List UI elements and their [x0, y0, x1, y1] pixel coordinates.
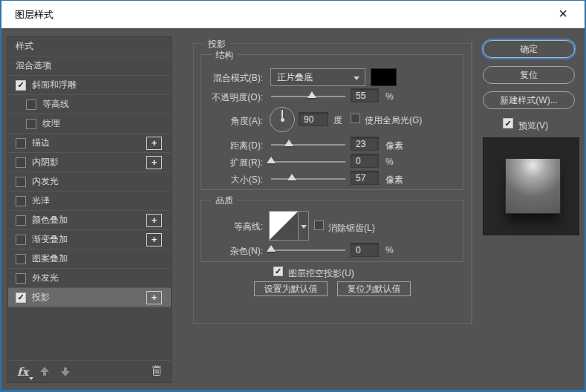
- use-global-light-checkbox[interactable]: [351, 114, 360, 123]
- texture-checkbox[interactable]: [26, 119, 36, 129]
- noise-label: 杂色(N):: [189, 245, 263, 258]
- size-input[interactable]: 57: [351, 171, 379, 185]
- preview-checkbox[interactable]: [503, 118, 513, 128]
- dialog-title: 图层样式: [15, 8, 53, 22]
- drop-shadow-checkbox[interactable]: [16, 293, 26, 303]
- reset-button[interactable]: 复位: [483, 66, 575, 84]
- plus-icon[interactable]: +: [146, 214, 162, 227]
- angle-dial[interactable]: [270, 107, 295, 132]
- distance-label: 距离(D):: [189, 140, 263, 152]
- style-preview: [483, 137, 579, 235]
- make-default-button[interactable]: 设置为默认值: [254, 281, 328, 296]
- size-unit: 像素: [385, 174, 403, 186]
- angle-label: 角度(A):: [189, 115, 263, 128]
- distance-slider[interactable]: [271, 144, 345, 146]
- distance-input[interactable]: 23: [351, 137, 379, 151]
- inner-shadow-checkbox[interactable]: [16, 157, 26, 168]
- blend-mode-label: 混合模式(B):: [189, 72, 263, 85]
- titlebar: 图层样式 ×: [1, 1, 585, 28]
- contour-chevron-down-icon[interactable]: [299, 211, 309, 241]
- quality-legend: 品质: [212, 195, 237, 207]
- chevron-down-icon: [354, 76, 359, 80]
- sidebar-item-gradient-overlay[interactable]: 渐变叠加 +: [8, 230, 171, 249]
- sidebar-item-contour[interactable]: 等高线: [8, 95, 171, 114]
- pattern-overlay-checkbox[interactable]: [16, 254, 26, 264]
- size-slider[interactable]: [271, 178, 345, 180]
- noise-input[interactable]: 0: [351, 243, 379, 257]
- plus-icon[interactable]: +: [146, 233, 162, 246]
- panel-divider: [472, 36, 472, 324]
- outer-glow-checkbox[interactable]: [16, 273, 26, 284]
- use-global-light-label: 使用全局光(G): [365, 114, 422, 127]
- distance-unit: 像素: [385, 140, 403, 152]
- stroke-checkbox[interactable]: [16, 138, 26, 148]
- sidebar-item-bevel-emboss[interactable]: 斜面和浮雕: [8, 76, 171, 95]
- preview-label: 预览(V): [518, 120, 548, 132]
- move-down-icon[interactable]: [61, 367, 70, 376]
- noise-slider-thumb[interactable]: [267, 245, 276, 252]
- layer-style-dialog: 图层样式 × 样式 混合选项 斜面和浮雕 等高线 纹理: [0, 0, 586, 392]
- noise-unit: %: [385, 245, 394, 255]
- opacity-label: 不透明度(O):: [189, 91, 263, 104]
- blend-mode-select[interactable]: 正片叠底: [270, 68, 365, 86]
- layer-knockout-checkbox[interactable]: [273, 267, 283, 276]
- fx-menu-icon[interactable]: fx: [17, 365, 28, 379]
- spread-slider[interactable]: [271, 161, 345, 163]
- spread-unit: %: [385, 157, 394, 167]
- contour-label: 等高线:: [189, 220, 263, 233]
- sidebar-item-inner-shadow[interactable]: 内阴影 +: [8, 153, 171, 172]
- color-overlay-checkbox[interactable]: [16, 215, 26, 226]
- sidebar-item-drop-shadow[interactable]: 投影 +: [8, 288, 171, 307]
- spread-slider-thumb[interactable]: [267, 157, 276, 163]
- shadow-color-swatch[interactable]: [371, 68, 397, 86]
- opacity-slider[interactable]: [271, 96, 345, 97]
- noise-slider[interactable]: [271, 249, 345, 251]
- contour-checkbox[interactable]: [26, 99, 36, 110]
- move-up-icon[interactable]: [40, 367, 49, 376]
- angle-input[interactable]: 90: [299, 112, 328, 126]
- satin-checkbox[interactable]: [16, 196, 26, 206]
- sidebar-item-inner-glow[interactable]: 内发光: [8, 172, 171, 192]
- sidebar-item-outer-glow[interactable]: 外发光: [8, 269, 171, 288]
- close-icon[interactable]: ×: [547, 1, 579, 27]
- distance-slider-thumb[interactable]: [284, 140, 293, 146]
- sidebar-item-pattern-overlay[interactable]: 图案叠加: [8, 249, 171, 269]
- effects-sidebar: 样式 混合选项 斜面和浮雕 等高线 纹理 描边 +: [7, 36, 172, 383]
- opacity-unit: %: [385, 91, 394, 102]
- antialias-label: 消除锯齿(L): [328, 222, 375, 235]
- bevel-emboss-checkbox[interactable]: [16, 80, 26, 91]
- opacity-input[interactable]: 55: [351, 88, 379, 102]
- dialog-content: 样式 混合选项 斜面和浮雕 等高线 纹理 描边 +: [1, 28, 585, 390]
- sidebar-item-stroke[interactable]: 描边 +: [8, 134, 171, 153]
- contour-thumbnail[interactable]: [269, 211, 299, 241]
- gradient-overlay-checkbox[interactable]: [16, 235, 26, 245]
- plus-icon[interactable]: +: [146, 291, 162, 304]
- sidebar-item-styles[interactable]: 样式: [8, 37, 171, 56]
- trash-icon[interactable]: [152, 365, 162, 379]
- reset-default-button[interactable]: 复位为默认值: [337, 281, 411, 296]
- plus-icon[interactable]: +: [146, 156, 162, 169]
- size-label: 大小(S):: [189, 174, 263, 186]
- layer-knockout-label: 图层挖空投影(U): [288, 267, 354, 280]
- style-preview-layer: [505, 158, 561, 214]
- new-style-button[interactable]: 新建样式(W)...: [483, 91, 575, 109]
- sidebar-item-blending-options[interactable]: 混合选项: [8, 56, 171, 76]
- inner-glow-checkbox[interactable]: [16, 177, 26, 187]
- opacity-slider-thumb[interactable]: [307, 91, 316, 98]
- sidebar-item-texture[interactable]: 纹理: [8, 114, 171, 134]
- spread-input[interactable]: 0: [351, 154, 379, 168]
- sidebar-item-satin[interactable]: 光泽: [8, 192, 171, 211]
- plus-icon[interactable]: +: [146, 137, 162, 150]
- blend-mode-value: 正片叠底: [277, 71, 313, 84]
- structure-legend: 结构: [212, 49, 237, 62]
- angle-unit: 度: [333, 114, 342, 127]
- spread-label: 扩展(R):: [189, 157, 263, 169]
- sidebar-footer: fx: [8, 360, 171, 382]
- ok-button[interactable]: 确定: [483, 40, 575, 58]
- size-slider-thumb[interactable]: [287, 174, 296, 180]
- sidebar-item-color-overlay[interactable]: 颜色叠加 +: [8, 211, 171, 230]
- antialias-checkbox[interactable]: [314, 220, 324, 230]
